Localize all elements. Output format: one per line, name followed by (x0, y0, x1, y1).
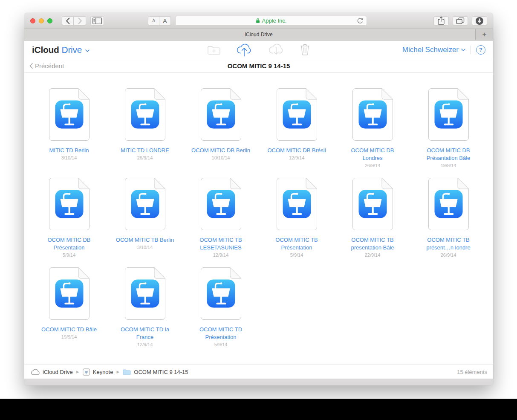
file-item[interactable]: OCOM MITIC DB Présentation 5/9/14 (31, 177, 107, 267)
keynote-file-icon (200, 267, 242, 320)
file-item[interactable]: OCOM MITIC TB LESETASUNIES 12/9/14 (183, 177, 259, 267)
icloud-drive-menu[interactable]: iCloud Drive (32, 45, 90, 55)
downloads-button[interactable] (472, 16, 487, 26)
file-item[interactable]: OCOM MITIC TB Présentation 5/9/14 (259, 177, 335, 267)
help-button[interactable]: ? (476, 45, 485, 55)
file-name[interactable]: OCOM MITIC TB présent…n londre (416, 236, 480, 252)
file-item[interactable]: MITIC TD LONDRE 26/9/14 (107, 88, 183, 177)
breadcrumb-bar: iCloud Drive ▶ Keynote ▶ OCOM MITIC 9 14… (24, 365, 493, 379)
chevron-down-icon (85, 49, 90, 52)
file-name[interactable]: OCOM MITIC TB Berlin (116, 236, 174, 244)
screen: A A Apple Inc. (0, 0, 517, 420)
keynote-file-icon (124, 88, 166, 141)
share-icon (437, 16, 445, 25)
file-name[interactable]: OCOM MITIC TD Bâle (41, 326, 97, 333)
download-button[interactable] (268, 43, 284, 57)
close-button[interactable] (30, 18, 35, 23)
tab-icloud-drive[interactable]: iCloud Drive (245, 32, 272, 38)
file-item[interactable]: OCOM MITIC TD Présentation 5/9/14 (183, 267, 259, 356)
breadcrumb-icloud-drive[interactable]: iCloud Drive (30, 369, 73, 375)
file-name[interactable]: OCOM MITIC DB Londres (341, 147, 404, 162)
keynote-file-icon (200, 88, 242, 141)
file-name[interactable]: OCOM MITIC TD Présentation (189, 326, 253, 341)
file-grid: MITIC TD Berlin 3/10/14 MITIC TD LONDRE … (31, 72, 486, 356)
previous-label: Précédent (35, 62, 64, 70)
breadcrumb-current-folder[interactable]: OCOM MITIC 9 14-15 (123, 369, 188, 375)
file-date: 10/10/14 (212, 155, 230, 160)
header-toolbar (208, 41, 310, 59)
brand-drive: Drive (62, 45, 82, 55)
breadcrumb-keynote[interactable]: Keynote (83, 368, 113, 376)
keynote-file-icon (352, 88, 393, 141)
keynote-file-icon (124, 267, 166, 320)
address-bar[interactable]: Apple Inc. (175, 16, 367, 26)
file-date: 5/9/14 (214, 342, 228, 347)
file-date: 12/9/14 (213, 252, 229, 258)
file-date: 5/9/14 (63, 252, 76, 258)
content-area: MITIC TD Berlin 3/10/14 MITIC TD LONDRE … (24, 72, 493, 365)
item-count: 15 éléments (457, 369, 487, 375)
font-smaller-label: A (152, 18, 155, 23)
chevron-left-icon (66, 17, 70, 24)
zoom-button[interactable] (47, 18, 52, 23)
file-item[interactable]: OCOM MITIC TB presentation Bâle 22/9/14 (335, 177, 410, 267)
file-name[interactable]: OCOM MITIC DB Présantation Bâle (416, 147, 480, 162)
file-name[interactable]: MITIC TD LONDRE (121, 147, 169, 154)
file-item[interactable]: OCOM MITIC TB Berlin 3/10/14 (107, 177, 183, 267)
sidebar-icon (92, 17, 102, 24)
user-menu[interactable]: Michel Schweizer (402, 46, 465, 54)
keynote-file-icon (49, 88, 90, 141)
file-name[interactable]: OCOM MITIC DB Berlin (191, 147, 250, 154)
file-item[interactable]: OCOM MITIC DB Londres 26/9/14 (335, 88, 410, 177)
file-item[interactable]: MITIC TD Berlin 3/10/14 (31, 88, 107, 177)
browser-titlebar: A A Apple Inc. (24, 13, 493, 29)
new-folder-button[interactable] (208, 45, 220, 55)
file-item[interactable]: OCOM MITIC TD la France 12/9/14 (107, 267, 183, 356)
file-name[interactable]: MITIC TD Berlin (49, 147, 89, 154)
file-name[interactable]: OCOM MITIC TD la France (113, 326, 177, 341)
window-bottom-edge (24, 379, 493, 385)
file-name[interactable]: OCOM MITIC TB LESETASUNIES (189, 236, 253, 252)
file-name[interactable]: OCOM MITIC DB Présentation (37, 236, 101, 252)
font-larger-button[interactable]: A (159, 16, 171, 26)
desktop-black-band (0, 399, 517, 420)
user-name: Michel Schweizer (402, 46, 459, 54)
new-tab-label: + (482, 30, 487, 39)
file-name[interactable]: OCOM MITIC TB Présentation (265, 236, 329, 252)
keynote-file-icon (124, 177, 166, 231)
safari-window: A A Apple Inc. (24, 13, 493, 385)
file-item[interactable]: OCOM MITIC DB Berlin 10/10/14 (183, 88, 259, 177)
file-name[interactable]: OCOM MITIC TB presentation Bâle (341, 236, 404, 252)
chevron-down-icon (461, 49, 465, 51)
upload-button[interactable] (236, 43, 252, 57)
back-button[interactable] (62, 16, 74, 26)
share-button[interactable] (433, 16, 449, 26)
file-item[interactable]: OCOM MITIC DB Brésil 12/9/14 (259, 88, 335, 177)
keynote-file-icon (428, 177, 469, 231)
file-item[interactable]: OCOM MITIC TB présent…n londre 26/9/14 (410, 177, 486, 267)
breadcrumb-label: Keynote (93, 369, 113, 375)
forward-button[interactable] (74, 16, 86, 26)
divider (471, 46, 471, 54)
file-name[interactable]: OCOM MITIC DB Brésil (267, 147, 326, 154)
new-tab-button[interactable]: + (475, 29, 493, 40)
trash-icon (300, 44, 310, 55)
breadcrumb-label: OCOM MITIC 9 14-15 (134, 369, 188, 375)
file-date: 19/9/14 (61, 334, 77, 339)
delete-button[interactable] (300, 44, 310, 55)
file-date: 12/9/14 (289, 155, 305, 160)
reload-button[interactable] (357, 17, 364, 24)
brand-icloud: iCloud (32, 45, 59, 55)
breadcrumb-separator-icon: ▶ (76, 370, 79, 374)
previous-link[interactable]: Précédent (29, 62, 64, 70)
file-item[interactable]: OCOM MITIC DB Présantation Bâle 19/9/14 (410, 88, 486, 177)
sidebar-toggle-button[interactable] (90, 16, 104, 26)
keynote-file-icon (276, 177, 318, 231)
tab-overview-button[interactable] (453, 16, 468, 26)
minimize-button[interactable] (39, 18, 44, 23)
font-smaller-button[interactable]: A (148, 16, 159, 26)
keynote-file-icon (352, 177, 393, 231)
file-item[interactable]: OCOM MITIC TD Bâle 19/9/14 (31, 267, 107, 356)
current-folder-title: OCOM MITIC 9 14-15 (24, 62, 493, 70)
lock-icon (256, 18, 260, 23)
